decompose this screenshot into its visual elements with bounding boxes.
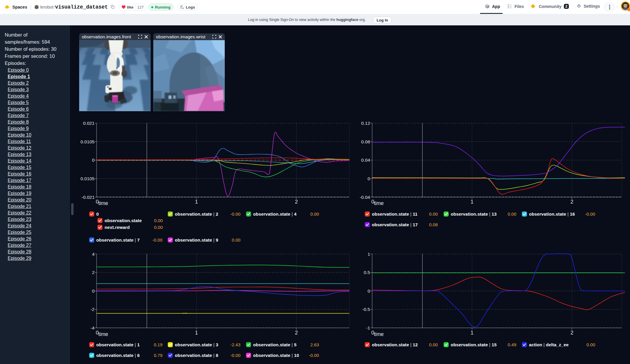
svg-text:2: 2 [295,330,298,336]
svg-text:1: 1 [195,330,198,336]
svg-text:-2: -2 [90,307,95,312]
svg-text:0: 0 [367,176,370,181]
svg-text:time: time [374,200,384,206]
svg-text:1: 1 [195,199,198,205]
svg-text:2: 2 [92,270,95,275]
svg-text:0.0105: 0.0105 [81,139,95,144]
svg-text:time: time [98,200,108,206]
svg-text:time: time [374,331,384,337]
svg-text:time: time [98,331,108,337]
svg-text:0.12: 0.12 [361,121,370,126]
svg-text:4: 4 [92,252,95,257]
svg-text:0.5: 0.5 [364,270,370,275]
svg-text:0: 0 [92,158,95,163]
svg-text:0: 0 [92,288,95,294]
svg-text:0.0105: 0.0105 [81,176,95,181]
svg-text:-4: -4 [90,325,95,330]
svg-text:1: 1 [471,199,473,205]
svg-text:2: 2 [571,199,574,205]
svg-text:0: 0 [367,288,370,294]
svg-text:-0.5: -0.5 [362,307,370,312]
svg-text:1: 1 [471,330,473,336]
svg-text:-0.04: -0.04 [360,195,370,200]
svg-text:1: 1 [367,252,370,257]
svg-text:-1: -1 [366,325,370,330]
svg-text:2: 2 [295,199,298,205]
svg-text:0.04: 0.04 [361,158,370,163]
svg-text:0.021: 0.021 [83,121,95,126]
svg-text:2: 2 [571,330,574,336]
svg-text:-0.021: -0.021 [82,195,95,200]
svg-text:0.08: 0.08 [361,139,370,144]
